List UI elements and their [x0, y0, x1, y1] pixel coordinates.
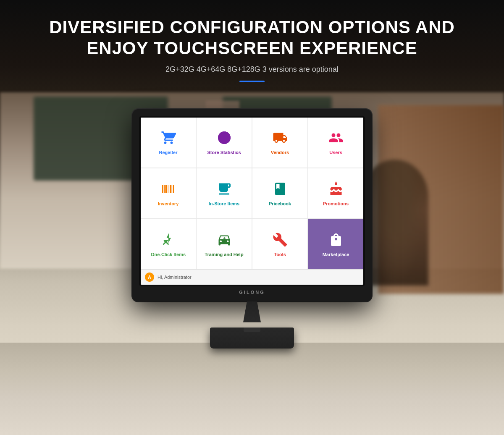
in-store-items-icon	[217, 181, 232, 199]
app-tile-tools[interactable]: Tools	[252, 219, 307, 269]
monitor-base	[210, 328, 294, 349]
admin-text: Hi, Administrator	[158, 275, 192, 280]
tools-icon	[273, 232, 288, 249]
monitor-brand-bar: GILONG	[139, 286, 365, 298]
admin-avatar: A	[145, 273, 154, 282]
store-statistics-icon	[217, 130, 232, 147]
accent-bar	[239, 81, 265, 82]
screen-bezel: RegisterStore StatisticsVendorsUsersInve…	[139, 116, 365, 286]
monitor-neck	[239, 301, 265, 322]
in-store-items-label: In-Store Items	[209, 201, 239, 207]
brand-text: GILONG	[239, 290, 265, 295]
one-click-items-icon	[161, 232, 176, 249]
training-help-label: Training and Help	[205, 252, 243, 257]
app-tile-register[interactable]: Register	[141, 118, 196, 168]
bg-counter	[0, 343, 504, 435]
users-icon	[328, 130, 344, 147]
promotions-label: Promotions	[323, 201, 349, 207]
monitor-base-detail	[244, 328, 260, 332]
monitor-frame: RegisterStore StatisticsVendorsUsersInve…	[132, 109, 372, 301]
pricebook-icon	[273, 181, 288, 199]
store-statistics-label: Store Statistics	[207, 150, 241, 155]
subtitle: 2G+32G 4G+64G 8G+128G 3 versions are opt…	[8, 65, 496, 74]
app-tile-pricebook[interactable]: Pricebook	[252, 168, 307, 218]
register-icon	[161, 130, 176, 147]
app-tile-training-help[interactable]: Training and Help	[197, 219, 252, 269]
app-grid: RegisterStore StatisticsVendorsUsersInve…	[141, 118, 363, 270]
one-click-items-label: One-Click Items	[151, 252, 186, 257]
main-title: DIVERSIFIED CONFIGURATION OPTIONS AND EN…	[8, 17, 496, 59]
app-tile-store-statistics[interactable]: Store Statistics	[197, 118, 252, 168]
tools-label: Tools	[274, 252, 286, 257]
marketplace-icon	[328, 232, 344, 249]
users-label: Users	[329, 150, 342, 155]
training-help-icon	[217, 232, 232, 249]
app-tile-inventory[interactable]: Inventory	[141, 168, 196, 218]
pricebook-label: Pricebook	[269, 201, 291, 207]
inventory-icon	[161, 181, 176, 199]
app-tile-vendors[interactable]: Vendors	[252, 118, 307, 168]
screen: RegisterStore StatisticsVendorsUsersInve…	[141, 118, 363, 285]
header: DIVERSIFIED CONFIGURATION OPTIONS AND EN…	[0, 0, 504, 91]
app-tile-in-store-items[interactable]: In-Store Items	[197, 168, 252, 218]
inventory-label: Inventory	[158, 201, 179, 207]
monitor: RegisterStore StatisticsVendorsUsersInve…	[132, 109, 372, 349]
vendors-icon	[273, 130, 288, 147]
vendors-label: Vendors	[271, 150, 289, 155]
register-label: Register	[159, 150, 177, 155]
promotions-icon	[328, 181, 344, 199]
marketplace-label: Marketplace	[323, 252, 349, 257]
app-tile-users[interactable]: Users	[308, 118, 363, 168]
app-tile-promotions[interactable]: Promotions	[308, 168, 363, 218]
app-tile-marketplace[interactable]: Marketplace	[308, 219, 363, 269]
app-tile-one-click-items[interactable]: One-Click Items	[141, 219, 196, 269]
status-bar: A Hi, Administrator	[141, 270, 363, 285]
